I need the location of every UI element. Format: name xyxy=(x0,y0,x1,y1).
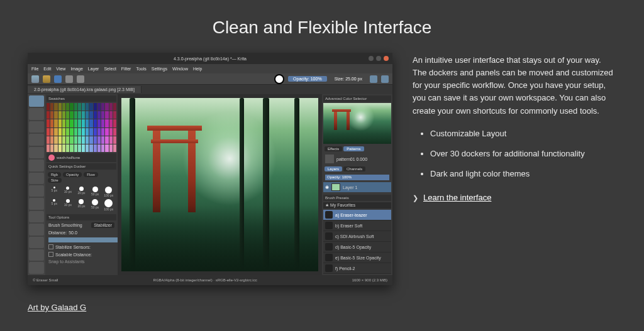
screenshot-column: 4.3.0-prealpha (git 8c6b14a) *— Krita Fi… xyxy=(28,53,392,313)
brush-smoothing-label: Brush Smoothing xyxy=(48,223,82,227)
menu-view: View xyxy=(56,67,65,71)
layer-name: Layer 1 xyxy=(343,185,357,190)
rect-tool-icon xyxy=(29,224,44,235)
minimize-icon xyxy=(369,56,374,61)
page-title: Clean and Flexible Interface xyxy=(0,0,644,53)
close-icon xyxy=(384,56,389,61)
learn-interface-link[interactable]: Learn the interface xyxy=(423,192,491,204)
tab-effects: Effects xyxy=(325,146,342,151)
menu-select: Select xyxy=(104,67,116,71)
document-tabs: 2.0-prealpha (git 8c6b14a).kra galaad.pn… xyxy=(28,85,392,94)
left-dockers: Swatches wash-halftone Quick Settings Do… xyxy=(45,94,118,275)
description-column: An intuitive user interface that stays o… xyxy=(413,53,616,313)
window-titlebar: 4.3.0-prealpha (git 8c6b14a) *— Krita xyxy=(28,53,392,64)
toolbox xyxy=(28,94,45,275)
menu-image: Image xyxy=(70,67,82,71)
krita-screenshot: 4.3.0-prealpha (git 8c6b14a) *— Krita Fi… xyxy=(28,53,392,285)
transform-tool-icon xyxy=(29,121,44,133)
favorites-label: ★ My Favorites xyxy=(325,203,355,208)
layer-row: ◉ Layer 1 xyxy=(323,182,391,192)
stabilize-sensors-label: Stabilize Sensors: xyxy=(55,245,91,249)
menu-edit: Edit xyxy=(43,67,51,71)
content-row: 4.3.0-prealpha (git 8c6b14a) *— Krita Fi… xyxy=(0,53,644,313)
line-tool-icon xyxy=(29,211,44,222)
move-tool-icon xyxy=(29,108,44,119)
main-toolbar: Opacity: 100% Size: 25.00 px xyxy=(28,73,392,85)
preset-list: a) Eraser-teazer b) Eraser Soft c) SDI A… xyxy=(323,210,391,274)
feature-item: Customizable Layout xyxy=(430,128,616,140)
pill-flow: Flow xyxy=(84,172,98,177)
preset-name: a) Eraser-teazer xyxy=(335,213,367,217)
zoom-tool-icon xyxy=(29,262,44,273)
fill-tool-icon xyxy=(29,147,44,158)
status-bar: © Eraser Small RGBA/Alpha (8-bit integer… xyxy=(28,275,392,285)
menu-file: File xyxy=(31,67,38,71)
save-file-icon xyxy=(54,75,62,83)
gradient-tool-icon xyxy=(29,160,44,171)
document-tab: 2.0-prealpha (git 8c6b14a).kra galaad.pn… xyxy=(28,86,142,93)
scalable-distance-label: Scalable Distance: xyxy=(55,252,92,257)
brush-size-grid: 5 px10 px20 px50 px100 px5 px10 px20 px5… xyxy=(47,185,116,213)
menu-filter: Filter xyxy=(121,67,131,71)
menu-tools: Tools xyxy=(136,67,146,71)
swatches-header: Swatches xyxy=(47,95,116,102)
status-right: 1600 × 900 (2.3 MiB) xyxy=(352,278,387,282)
description-text: An intuitive user interface that stays o… xyxy=(413,54,616,117)
preset-name: c) SDI Airbrush Soft xyxy=(335,234,374,239)
snap-assistants-label: Snap to Assistants xyxy=(48,259,85,264)
eye-icon: ◉ xyxy=(325,185,329,190)
mirror-v-icon xyxy=(381,75,389,83)
redo-icon xyxy=(77,75,84,83)
color-swatches xyxy=(47,103,116,152)
art-credit-link[interactable]: Art by Galaad G xyxy=(28,303,86,312)
preset-name: e) Basic-5 Size Opacity xyxy=(335,256,381,260)
pill-opacity: Opacity xyxy=(63,172,82,177)
pill-size: Size xyxy=(48,178,62,183)
shape-tool-icon xyxy=(29,185,44,197)
tab-layers: Layers xyxy=(325,166,342,171)
brush-tip-icon xyxy=(48,155,55,161)
menu-layer: Layer xyxy=(88,67,99,71)
new-file-icon xyxy=(31,75,39,83)
pattern-name: pattern01 0.000 xyxy=(336,157,367,161)
size-value: Size: 25.00 px xyxy=(331,77,366,81)
artwork-forest xyxy=(121,98,318,271)
layer-opacity: Opacity: 100% xyxy=(325,175,389,180)
menu-bar: File Edit View Image Layer Select Filter… xyxy=(28,64,392,73)
picker-tool-icon xyxy=(29,173,44,184)
menu-settings: Settings xyxy=(152,67,167,71)
tab-patterns: Patterns xyxy=(343,146,364,151)
overview-thumbnail xyxy=(323,103,391,144)
status-left: © Eraser Small xyxy=(33,278,58,282)
undo-icon xyxy=(65,75,73,83)
crop-tool-icon xyxy=(29,134,44,145)
window-title: 4.3.0-prealpha (git 8c6b14a) *— Krita xyxy=(174,57,247,61)
brush-presets-header: Brush Presets xyxy=(323,195,391,201)
brush-preview-icon xyxy=(274,74,284,84)
feature-list: Customizable Layout Over 30 dockers for … xyxy=(430,128,616,180)
distance-label: Distance: xyxy=(48,231,67,235)
feature-item: Dark and light color themes xyxy=(430,168,616,180)
stabilizer-value: Stabilizer xyxy=(91,222,114,228)
brush-tool-icon xyxy=(29,95,44,107)
preset-name: b) Eraser Soft xyxy=(335,224,362,228)
menu-window: Window xyxy=(172,67,188,71)
checkbox-icon xyxy=(48,244,53,249)
tool-options-header: Tool Options xyxy=(47,214,116,220)
opacity-slider: Opacity: 100% xyxy=(288,76,327,82)
right-dockers: Advanced Color Selector Effects Patterns… xyxy=(322,94,392,275)
pill-rgb: Rgb xyxy=(48,172,61,177)
feature-item: Over 30 dockers for additional functiona… xyxy=(430,148,616,160)
quick-settings-header: Quick Settings Docker xyxy=(47,163,116,170)
open-file-icon xyxy=(43,75,50,83)
ellipse-tool-icon xyxy=(29,237,44,248)
text-tool-icon xyxy=(29,198,44,209)
status-center: RGBA/Alpha (8-bit integer/channel) · sRG… xyxy=(153,278,257,282)
mirror-icon xyxy=(370,75,377,83)
checkbox-icon xyxy=(48,252,53,257)
menu-help: Help xyxy=(193,67,202,71)
maximize-icon xyxy=(376,56,381,61)
preset-name: d) Basic-5 Opacity xyxy=(335,245,371,249)
distance-value: 50.0 xyxy=(69,231,77,235)
pan-tool-icon xyxy=(29,249,44,261)
